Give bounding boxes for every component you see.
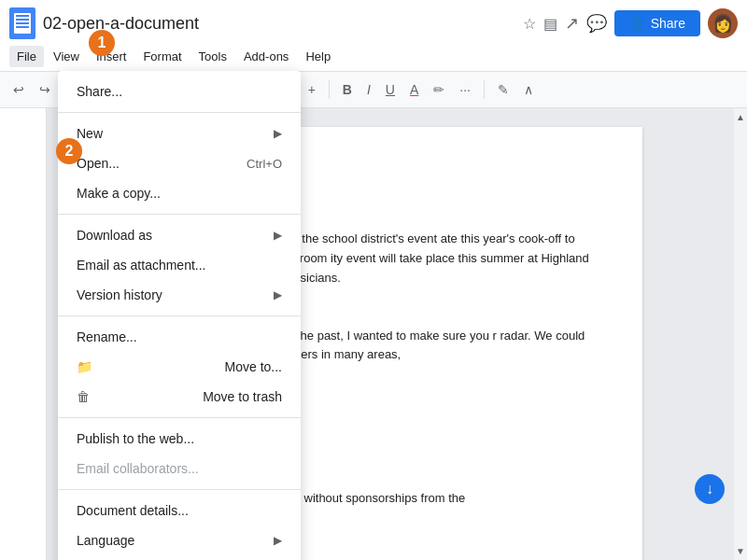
underline-button[interactable]: U (380, 78, 401, 101)
trash-label: Move to trash (203, 389, 282, 404)
move-to-label: Move to... (225, 359, 282, 374)
divider-4 (58, 417, 301, 418)
trash-icon: 🗑 (77, 389, 90, 404)
collapse-button[interactable]: ∧ (518, 78, 539, 101)
menu-format[interactable]: Format (135, 46, 189, 67)
divider-2 (58, 214, 301, 215)
divider-1 (58, 112, 301, 113)
share-item-label: Share... (77, 84, 122, 99)
share-label: Share (651, 16, 685, 31)
version-arrow-icon: ▶ (274, 288, 282, 301)
menu-help[interactable]: Help (298, 46, 338, 67)
scroll-arrow-icon: ↓ (706, 481, 713, 497)
menu-addons[interactable]: Add-ons (236, 46, 296, 67)
email-collaborators-label: Email collaborators... (77, 461, 199, 476)
new-item-label: New (77, 126, 103, 141)
open-item-label: Open... (77, 156, 120, 171)
doc-title: 02-open-a-document (43, 14, 515, 34)
font-color-button[interactable]: A (404, 78, 424, 101)
star-icon[interactable]: ☆ (523, 15, 536, 33)
email-attachment-label: Email as attachment... (77, 258, 206, 273)
menu-item-download[interactable]: Download as ▶ (58, 220, 301, 250)
menu-item-publish[interactable]: Publish to the web... (58, 424, 301, 454)
new-arrow-icon: ▶ (274, 127, 282, 140)
doc-details-label: Document details... (77, 503, 189, 518)
file-dropdown: Share... New ▶ Open... Ctrl+O Make a cop… (58, 71, 301, 560)
right-scrollbar[interactable]: ▲ ▼ (734, 108, 747, 560)
menu-file[interactable]: File (9, 46, 44, 67)
scroll-to-bottom-button[interactable]: ↓ (695, 474, 725, 504)
download-item-label: Download as (77, 228, 152, 243)
language-arrow-icon: ▶ (274, 534, 282, 547)
sidebar-left (0, 108, 47, 560)
menu-view[interactable]: View (46, 46, 87, 67)
scroll-up-arrow[interactable]: ▲ (736, 108, 745, 126)
step-1-circle: 1 (89, 30, 115, 56)
font-size-increase[interactable]: + (303, 78, 321, 101)
chat-icon: 💬 (586, 13, 607, 34)
step-2-circle: 2 (56, 138, 82, 164)
toolbar-divider-5 (484, 80, 485, 99)
menu-item-open[interactable]: Open... Ctrl+O (58, 148, 301, 178)
redo-button[interactable]: ↪ (34, 78, 56, 101)
share-button[interactable]: 👤 Share (614, 10, 700, 36)
bold-button[interactable]: B (337, 78, 358, 101)
menu-item-move-to-trash[interactable]: 🗑 Move to trash (58, 382, 301, 412)
folder-menu-icon: 📁 (77, 359, 92, 374)
step-1-label: 1 (98, 35, 106, 51)
step-2-label: 2 (65, 143, 74, 160)
avatar: 👩 (708, 8, 738, 38)
highlight-button[interactable]: ✏ (428, 78, 450, 101)
menu-tools[interactable]: Tools (191, 46, 234, 67)
menu-item-copy[interactable]: Make a copy... (58, 178, 301, 208)
right-controls: ↗ 💬 👤 Share 👩 (565, 8, 738, 38)
publish-label: Publish to the web... (77, 431, 194, 446)
language-label: Language (77, 533, 134, 548)
menu-item-new[interactable]: New ▶ (58, 119, 301, 148)
menu-item-move-to[interactable]: 📁 Move to... (58, 352, 301, 382)
menu-item-share[interactable]: Share... (58, 77, 301, 106)
menu-item-language[interactable]: Language ▶ (58, 525, 301, 555)
scroll-down-arrow[interactable]: ▼ (736, 542, 745, 560)
divider-3 (58, 315, 301, 316)
more-button[interactable]: ··· (454, 78, 476, 101)
version-history-label: Version history (77, 287, 162, 302)
toolbar-divider-4 (329, 80, 330, 99)
folder-icon[interactable]: ▤ (543, 15, 557, 33)
italic-button[interactable]: I (361, 78, 376, 101)
editing-mode-button[interactable]: ✎ (492, 78, 514, 101)
menu-item-doc-details[interactable]: Document details... (58, 496, 301, 525)
rename-label: Rename... (77, 329, 137, 344)
share-icon: 👤 (629, 16, 645, 31)
menu-item-version-history[interactable]: Version history ▶ (58, 280, 301, 310)
copy-item-label: Make a copy... (77, 186, 161, 201)
menu-item-page-setup[interactable]: Page setup... (58, 555, 301, 560)
menu-item-rename[interactable]: Rename... (58, 322, 301, 352)
download-arrow-icon: ▶ (274, 229, 282, 242)
divider-5 (58, 489, 301, 490)
menu-item-email-collaborators[interactable]: Email collaborators... (58, 454, 301, 483)
trending-icon: ↗ (565, 13, 579, 34)
open-shortcut: Ctrl+O (247, 157, 282, 171)
undo-button[interactable]: ↩ (7, 78, 30, 101)
doc-icon (9, 7, 35, 39)
menu-item-email-attachment[interactable]: Email as attachment... (58, 250, 301, 280)
